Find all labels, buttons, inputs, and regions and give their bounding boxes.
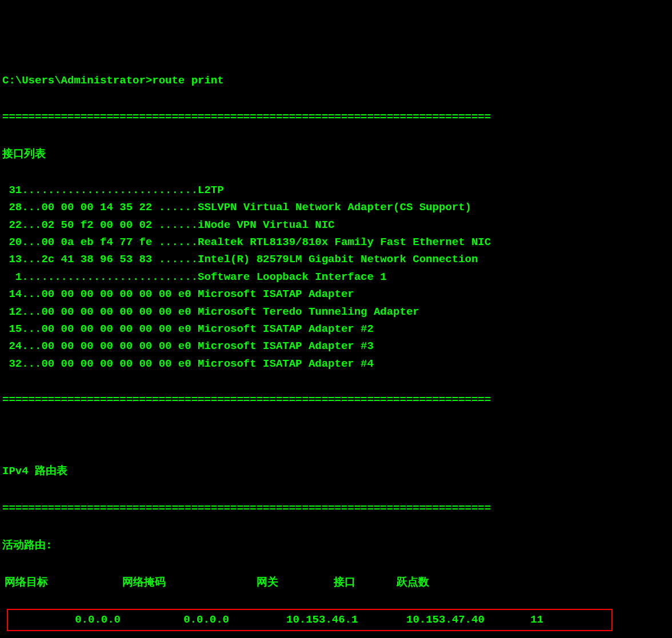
route-dest: 0.0.0.0 (8, 611, 126, 628)
header-metric: 跃点数 (388, 574, 457, 591)
interface-row: 28...00 00 00 14 35 22 ......SSLVPN Virt… (2, 199, 670, 216)
interface-row: 31...........................L2TP (2, 182, 670, 199)
divider-top: ========================================… (2, 109, 670, 126)
header-gateway: 网关 (182, 574, 302, 591)
interface-row: 12...00 00 00 00 00 00 00 e0 Microsoft T… (2, 303, 670, 320)
route-table-header: 网络目标 网络掩码 网关 接口 跃点数 (2, 574, 670, 591)
interface-list-title: 接口列表 (2, 146, 670, 163)
route-interface: 10.153.47.40 (361, 611, 498, 628)
interface-row: 1...........................Software Loo… (2, 268, 670, 286)
highlighted-default-route: 0.0.0.0 0.0.0.0 10.153.46.1 10.153.47.40… (7, 609, 613, 631)
interface-row: 24...00 00 00 00 00 00 00 e0 Microsoft I… (2, 338, 670, 355)
divider-mid1: ========================================… (2, 391, 670, 408)
interface-row: 15...00 00 00 00 00 00 00 e0 Microsoft I… (2, 320, 670, 338)
header-destination: 网络目标 (2, 574, 71, 591)
header-netmask: 网络掩码 (71, 574, 182, 591)
interface-row: 22...02 50 f2 00 00 02 ......iNode VPN V… (2, 216, 670, 234)
active-routes-title: 活动路由: (2, 537, 670, 554)
interface-row: 32...00 00 00 00 00 00 00 e0 Microsoft I… (2, 355, 670, 372)
command-prompt[interactable]: C:\Users\Administrator>route print (2, 72, 670, 89)
ipv4-route-table-title: IPv4 路由表 (2, 463, 670, 480)
route-mask: 0.0.0.0 (126, 611, 235, 628)
route-gateway: 10.153.46.1 (235, 611, 361, 628)
divider-mid2: ========================================… (2, 500, 670, 517)
header-interface: 接口 (302, 574, 388, 591)
interface-row: 14...00 00 00 00 00 00 00 e0 Microsoft I… (2, 286, 670, 303)
interface-list: 31...........................L2TP 28...0… (2, 182, 670, 372)
interface-row: 13...2c 41 38 96 53 83 ......Intel(R) 82… (2, 251, 670, 268)
interface-row: 20...00 0a eb f4 77 fe ......Realtek RTL… (2, 234, 670, 251)
route-metric: 11 (498, 611, 555, 628)
blank-line (2, 427, 670, 444)
